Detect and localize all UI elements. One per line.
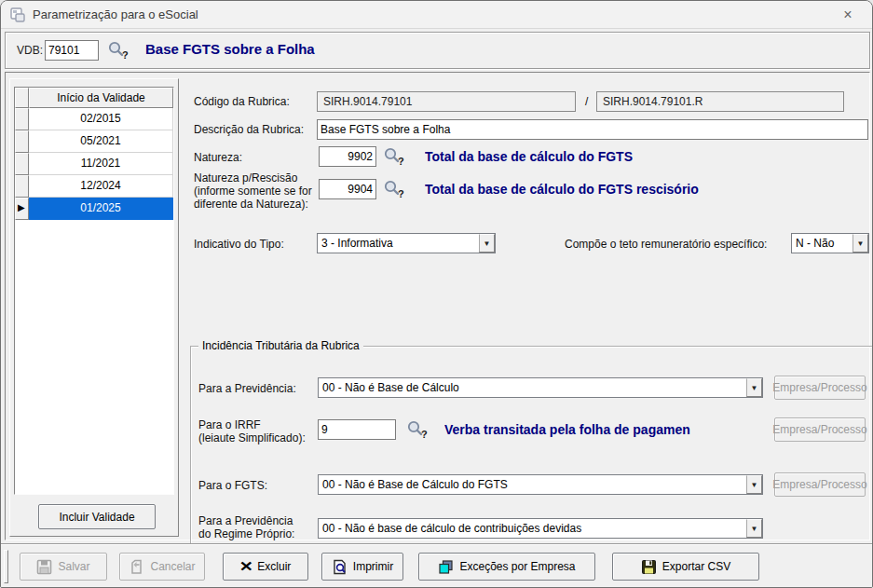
chevron-down-icon[interactable]: ▼	[479, 234, 495, 253]
natureza-lookup-icon[interactable]: ?	[382, 146, 404, 167]
rpps-label-1: Para a Previdência	[198, 514, 293, 527]
row-selector-cell[interactable]: ▶	[15, 153, 29, 175]
vdb-label: VDB:	[17, 44, 43, 57]
svg-text:?: ?	[398, 156, 404, 167]
natureza-description: Total da base de cálculo do FGTS	[425, 149, 633, 164]
excecoes-empresa-button[interactable]: Exceções por Empresa	[418, 553, 595, 581]
exportar-label: Exportar CSV	[662, 560, 730, 573]
exportar-csv-button[interactable]: Exportar CSV	[612, 553, 759, 581]
irrf-input[interactable]	[318, 419, 396, 440]
grid-selector-header	[15, 88, 29, 108]
toolbar-gripper	[4, 550, 8, 583]
main-panel: Início da Validade ▶ 02/2015 ▶ 05/2021 ▶…	[5, 72, 870, 540]
rpps-value: 00 - Não é base de cálculo de contribuiç…	[319, 519, 746, 538]
irrf-label-1: Para o IRRF	[198, 418, 261, 431]
natureza-rescisao-lookup-icon[interactable]: ?	[382, 179, 404, 199]
vdb-panel: VDB: ? Base FGTS sobre a Folha	[5, 32, 870, 69]
codigo-rubrica-value: SIRH.9014.79101	[317, 91, 576, 112]
validity-value[interactable]: 11/2021	[29, 153, 173, 175]
natureza-rescisao-label-1: Natureza p/Rescisão	[194, 171, 297, 185]
chevron-down-icon[interactable]: ▼	[746, 519, 762, 538]
natureza-input[interactable]	[319, 146, 376, 167]
cancel-undo-icon	[129, 559, 144, 575]
chevron-down-icon[interactable]: ▼	[746, 475, 762, 494]
vdb-lookup-icon[interactable]: ?	[106, 40, 129, 61]
vdb-description: Base FGTS sobre a Folha	[145, 41, 315, 57]
row-selector-cell[interactable]: ▶	[15, 175, 29, 198]
teto-label: Compõe o teto remuneratório específico:	[565, 238, 767, 251]
window-title: Parametrização para o eSocial	[33, 7, 198, 21]
close-button[interactable]: ×	[827, 2, 868, 28]
indicativo-tipo-value: 3 - Informativa	[318, 234, 479, 253]
rpps-dropdown[interactable]: 00 - Não é base de cálculo de contribuiç…	[318, 518, 763, 539]
natureza-rescisao-input[interactable]	[319, 179, 376, 199]
teto-value: N - Não	[792, 234, 853, 253]
incluir-validade-button[interactable]: Incluir Validade	[38, 504, 156, 529]
descricao-rubrica-input[interactable]	[317, 119, 868, 140]
cancelar-label: Cancelar	[150, 560, 195, 573]
validity-row[interactable]: ▶ 05/2021	[15, 130, 173, 153]
svg-text:?: ?	[398, 188, 404, 199]
validity-row[interactable]: ▶ 11/2021	[15, 153, 173, 175]
row-selector-cell[interactable]: ▶	[15, 108, 29, 130]
fgts-label: Para o FGTS:	[198, 479, 267, 492]
bottom-toolbar: Salvar Cancelar ✕ Excluir Imprimir	[1, 543, 873, 588]
descricao-rubrica-label: Descrição da Rubrica:	[194, 123, 304, 136]
cancelar-button[interactable]: Cancelar	[119, 553, 205, 581]
svg-text:?: ?	[421, 429, 428, 440]
previdencia-dropdown[interactable]: 00 - Não é Base de Cálculo ▼	[318, 377, 763, 398]
irrf-label-2: (leiaute Simplificado):	[198, 431, 306, 444]
salvar-button[interactable]: Salvar	[20, 553, 107, 581]
svg-text:?: ?	[122, 49, 129, 61]
codigo-rubrica-label: Código da Rubrica:	[194, 95, 290, 108]
rpps-label-2: do Regime Próprio:	[198, 527, 294, 540]
export-floppy-icon	[641, 559, 657, 575]
validity-value[interactable]: 12/2024	[29, 175, 173, 198]
current-row-arrow-icon: ▶	[18, 202, 25, 212]
imprimir-label: Imprimir	[353, 560, 393, 573]
imprimir-button[interactable]: Imprimir	[321, 553, 403, 581]
validity-value[interactable]: 05/2021	[29, 130, 173, 153]
previdencia-label: Para a Previdência:	[198, 382, 296, 395]
fgts-dropdown[interactable]: 00 - Não é Base de Cálculo do FGTS ▼	[318, 474, 763, 495]
codigo-separator: /	[585, 95, 588, 108]
validity-row[interactable]: ▶ 01/2025	[15, 198, 173, 220]
teto-dropdown[interactable]: N - Não ▼	[791, 233, 869, 253]
natureza-rescisao-label-3: diferente da Natureza):	[194, 198, 308, 211]
print-preview-icon	[332, 559, 348, 575]
fgts-value: 00 - Não é Base de Cálculo do FGTS	[319, 475, 746, 494]
salvar-label: Salvar	[58, 560, 89, 573]
previdencia-empresa-processo-button[interactable]: Empresa/Processo	[774, 376, 866, 400]
natureza-label: Natureza:	[194, 151, 242, 164]
incidencia-legend: Incidência Tributária da Rubrica	[198, 339, 363, 352]
irrf-empresa-processo-button[interactable]: Empresa/Processo	[774, 417, 866, 442]
grid-header-row: Início da Validade	[15, 88, 173, 108]
fgts-empresa-processo-button[interactable]: Empresa/Processo	[774, 472, 866, 497]
title-bar: Parametrização para o eSocial ×	[1, 1, 872, 29]
vdb-input[interactable]	[45, 40, 99, 61]
validity-grid: Início da Validade ▶ 02/2015 ▶ 05/2021 ▶…	[14, 87, 174, 495]
natureza-rescisao-description: Total da base de cálculo do FGTS rescisó…	[425, 182, 699, 197]
app-form-icon	[9, 7, 26, 23]
delete-x-icon: ✕	[239, 558, 252, 575]
validity-value[interactable]: 02/2015	[29, 108, 173, 130]
validity-row[interactable]: ▶ 02/2015	[15, 108, 173, 130]
validity-panel: Início da Validade ▶ 02/2015 ▶ 05/2021 ▶…	[9, 78, 179, 537]
validity-row[interactable]: ▶ 12/2024	[15, 175, 173, 198]
row-selector-cell[interactable]: ▶	[15, 198, 29, 220]
row-selector-cell[interactable]: ▶	[15, 130, 29, 153]
indicativo-tipo-label: Indicativo do Tipo:	[194, 238, 284, 251]
chevron-down-icon[interactable]: ▼	[746, 378, 762, 397]
layered-squares-icon	[438, 559, 454, 575]
excluir-button[interactable]: ✕ Excluir	[223, 553, 308, 581]
natureza-rescisao-label-2: (informe somente se for	[194, 185, 312, 198]
validity-value[interactable]: 01/2025	[29, 198, 173, 220]
save-floppy-icon	[36, 559, 52, 575]
excluir-label: Excluir	[257, 560, 291, 573]
chevron-down-icon[interactable]: ▼	[853, 234, 868, 253]
dialog-window: Parametrização para o eSocial × VDB: ? B…	[0, 0, 873, 588]
indicativo-tipo-dropdown[interactable]: 3 - Informativa ▼	[317, 233, 496, 253]
codigo-rescisao-value: SIRH.9014.79101.R	[596, 91, 844, 112]
grid-column-header: Início da Validade	[29, 88, 173, 108]
irrf-lookup-icon[interactable]: ?	[405, 419, 428, 440]
